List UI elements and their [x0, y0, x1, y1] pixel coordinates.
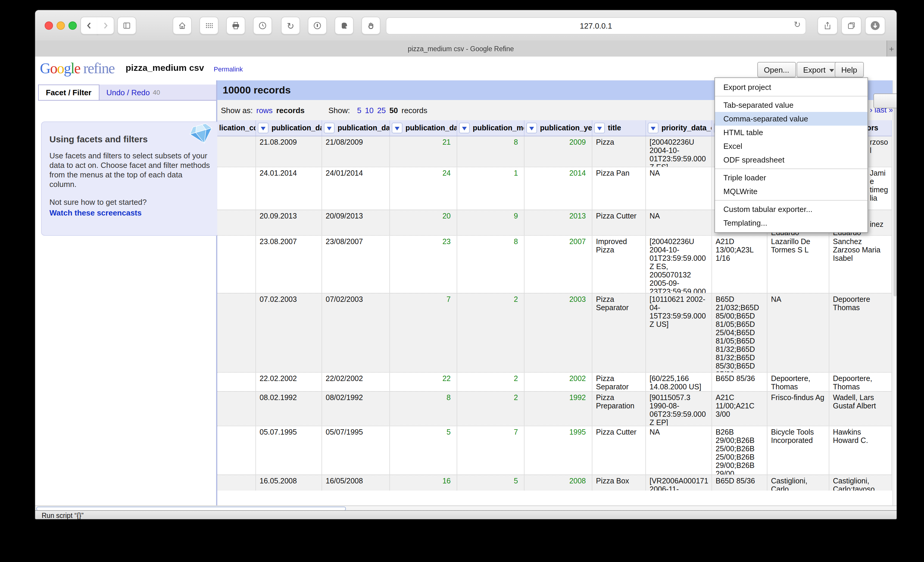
table-cell: Hawkins Howard C. — [830, 426, 892, 475]
google-logo-letter: o — [50, 60, 57, 76]
elephant-icon — [339, 21, 349, 30]
column-header-label: priority_data_ori — [662, 124, 712, 132]
column-menu-button[interactable] — [392, 123, 402, 133]
share-button[interactable] — [818, 16, 838, 34]
table-cell: NA — [646, 210, 712, 235]
column-menu-button[interactable] — [324, 123, 334, 133]
table-cell: 23 — [390, 236, 457, 293]
sidebar-button[interactable] — [117, 16, 136, 34]
home-button[interactable] — [172, 16, 192, 34]
table-cell: 16.05.2008 — [256, 475, 322, 490]
column-header: publication_day — [390, 120, 457, 136]
table-cell: 2014 — [525, 167, 592, 210]
content-blocker-button[interactable] — [362, 16, 380, 34]
table-cell: NA — [646, 426, 712, 475]
export-menu-item[interactable]: Templating... — [715, 216, 867, 230]
table-cell — [217, 167, 256, 210]
table-cell: 23.08.2007 — [256, 236, 322, 293]
downloads-button[interactable] — [865, 16, 885, 34]
column-menu-button[interactable] — [594, 123, 605, 133]
tab-facet-filter[interactable]: Facet / Filter — [38, 84, 99, 100]
browser-titlebar: ↻ 127.0.0.1 ↻ — [35, 10, 897, 41]
column-header-label: publication_day — [405, 124, 457, 132]
table-cell: 07.02.2003 — [256, 294, 322, 372]
extensions-freebase-button[interactable]: base — [873, 93, 897, 108]
triangle-down-icon — [529, 127, 534, 133]
page-size-current: 50 — [389, 106, 398, 115]
chevron-left-icon — [84, 21, 94, 30]
export-menu: Export projectTab-separated valueComma-s… — [714, 77, 868, 233]
history-button[interactable] — [253, 16, 272, 34]
refresh-button[interactable]: ↻ — [281, 16, 300, 34]
top-sites-button[interactable] — [200, 16, 219, 34]
table-cell — [217, 210, 256, 235]
column-menu-button[interactable] — [526, 123, 537, 133]
google-logo-letter: G — [40, 60, 50, 76]
help-button[interactable]: Help — [835, 62, 864, 77]
open-button[interactable]: Open... — [757, 62, 796, 77]
show-as-rows-link[interactable]: rows — [256, 106, 273, 115]
reload-icon[interactable]: ↻ — [794, 20, 801, 28]
export-menu-item[interactable]: HTML table — [715, 126, 867, 139]
column-menu-button[interactable] — [648, 123, 658, 133]
new-tab-button[interactable]: + — [886, 40, 897, 57]
export-menu-item[interactable]: Comma-separated value — [715, 112, 867, 126]
diamond-icon — [189, 123, 214, 146]
table-cell: [200402236U 2004-10-01T23:59:59.000Z ES,… — [646, 236, 712, 293]
table-cell: 21 — [390, 136, 457, 167]
page-size-link[interactable]: 5 — [357, 106, 362, 115]
column-menu-button[interactable] — [258, 123, 268, 133]
table-cell: NA — [646, 167, 712, 210]
export-menu-item[interactable]: ODF spreadsheet — [715, 153, 867, 167]
export-menu-item[interactable]: Excel — [715, 139, 867, 153]
export-menu-item[interactable]: Triple loader — [715, 171, 867, 184]
export-menu-item[interactable]: Custom tabular exporter... — [715, 202, 867, 216]
forward-button[interactable] — [97, 16, 114, 34]
vertical-scrollbar[interactable] — [892, 80, 897, 505]
tab-overview-button[interactable] — [841, 16, 861, 34]
permalink-link[interactable]: Permalink — [214, 66, 243, 73]
print-button[interactable] — [226, 16, 245, 34]
table-cell: 05/07/1995 — [322, 426, 390, 475]
address-bar[interactable]: 127.0.0.1 ↻ — [386, 17, 806, 34]
password-manager-button[interactable] — [308, 16, 327, 34]
help-box-body: Use facets and filters to select subsets… — [50, 151, 212, 189]
triangle-down-icon — [327, 127, 332, 133]
triangle-down-icon — [261, 127, 266, 133]
google-logo-letter: g — [64, 60, 70, 76]
minimize-window-button[interactable] — [57, 21, 65, 30]
google-logo: Google — [40, 60, 80, 76]
show-as-label: Show as: — [221, 106, 253, 115]
page-size-link[interactable]: 10 — [365, 106, 374, 115]
export-button[interactable]: Export — [796, 62, 840, 77]
export-menu-item[interactable]: MQLWrite — [715, 184, 867, 198]
table-cell: Wadell, Lars Gustaf Albert — [830, 392, 892, 426]
table-cell: 24.01.2014 — [256, 167, 322, 210]
zoom-window-button[interactable] — [69, 21, 77, 30]
table-cell: B65D 85/36 — [712, 373, 767, 391]
table-row: 08.02.199208/02/1992821992Pizza Preparat… — [217, 391, 892, 426]
table-row: 22.02.200222/02/20022222002Pizza Separat… — [217, 372, 892, 391]
screencasts-link[interactable]: Watch these screencasts — [50, 208, 142, 217]
browser-tab[interactable]: pizza_medium csv - Google Refine — [35, 40, 887, 57]
browser-window: ↻ 127.0.0.1 ↻ — [35, 10, 897, 519]
close-window-button[interactable] — [45, 21, 53, 30]
table-cell: Bicycle Tools Incorporated — [767, 426, 830, 475]
column-header-label: lication_cou — [219, 124, 256, 132]
tab-undo-redo[interactable]: Undo / Redo 40 — [99, 84, 216, 100]
vertical-scrollbar-thumb[interactable] — [894, 100, 897, 297]
table-cell: Pizza Cutter — [592, 210, 646, 235]
table-cell: 2013 — [525, 210, 592, 235]
export-menu-item[interactable]: Export project — [715, 80, 867, 94]
table-cell: 2 — [457, 392, 525, 426]
evernote-button[interactable] — [334, 16, 354, 34]
table-cell: 8 — [457, 136, 525, 167]
column-header-label: publication_date — [272, 124, 322, 132]
page-size-link[interactable]: 25 — [377, 106, 386, 115]
column-menu-button[interactable] — [459, 123, 470, 133]
table-cell: 16 — [390, 475, 457, 490]
table-cell: Castiglioni, Carlo — [767, 475, 830, 490]
table-cell: 21/08/2009 — [322, 136, 390, 167]
export-menu-item[interactable]: Tab-separated value — [715, 98, 867, 112]
back-button[interactable] — [80, 16, 98, 34]
